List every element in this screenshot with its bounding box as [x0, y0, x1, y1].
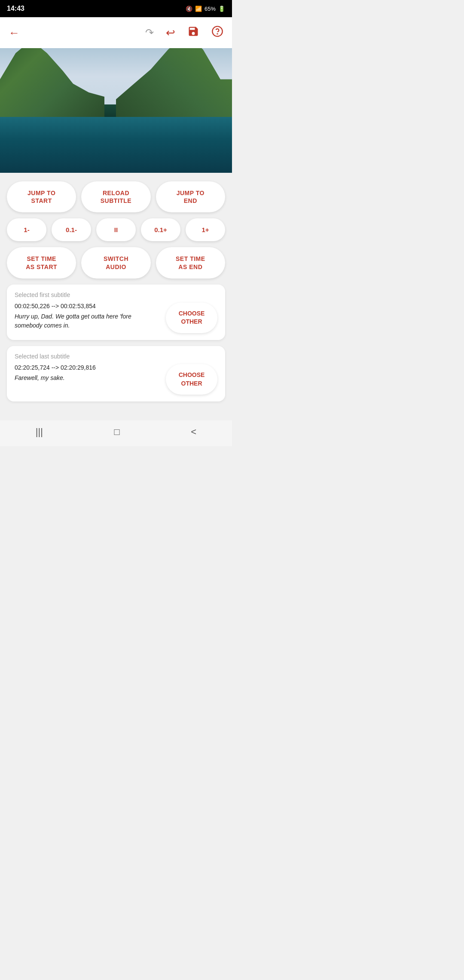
- first-subtitle-label: Selected first subtitle: [15, 291, 217, 298]
- wifi-icon: 📶: [195, 6, 202, 12]
- set-time-as-start-button[interactable]: SET TIME AS START: [7, 247, 76, 278]
- video-water: [0, 117, 232, 173]
- back-button[interactable]: ←: [9, 26, 20, 40]
- plus-1-button[interactable]: 1+: [186, 218, 225, 241]
- row-jump-reload: JUMP TO START RELOAD SUBTITLE JUMP TO EN…: [7, 181, 225, 212]
- minus-1-button[interactable]: 1-: [7, 218, 46, 241]
- back-icon[interactable]: ←: [9, 26, 20, 39]
- save-icon[interactable]: [187, 25, 199, 40]
- status-bar: 14:43 🔇 📶 65% 🔋: [0, 0, 232, 17]
- set-time-as-end-button[interactable]: SET TIME AS END: [156, 247, 225, 278]
- switch-audio-button[interactable]: SWITCH AUDIO: [81, 247, 150, 278]
- status-icons: 🔇 📶 65% 🔋: [186, 6, 225, 12]
- pause-button[interactable]: II: [96, 218, 136, 241]
- first-subtitle-text-block: 00:02:50,226 --> 00:02:53,854 Hurry up, …: [15, 303, 161, 330]
- video-preview: [0, 48, 232, 173]
- nav-bar: ||| □ <: [0, 420, 232, 446]
- first-subtitle-text: Hurry up, Dad. We gotta get outta here '…: [15, 312, 161, 330]
- status-time: 14:43: [7, 5, 24, 12]
- first-subtitle-row: 00:02:50,226 --> 00:02:53,854 Hurry up, …: [15, 303, 217, 333]
- jump-to-start-button[interactable]: JUMP TO START: [7, 181, 76, 212]
- last-subtitle-text-block: 02:20:25,724 --> 02:20:29,816 Farewell, …: [15, 364, 161, 383]
- redo-icon[interactable]: ↷: [145, 27, 154, 39]
- nav-back-icon[interactable]: <: [191, 426, 196, 438]
- battery-text: 65%: [205, 6, 216, 12]
- mute-icon: 🔇: [186, 6, 192, 12]
- last-subtitle-label: Selected last subtitle: [15, 353, 217, 360]
- help-icon[interactable]: [211, 25, 223, 40]
- minus-01-button[interactable]: 0.1-: [52, 218, 91, 241]
- nav-menu-icon[interactable]: |||: [36, 426, 43, 438]
- last-subtitle-text: Farewell, my sake.: [15, 374, 161, 383]
- row-time-steps: 1- 0.1- II 0.1+ 1+: [7, 218, 225, 241]
- first-subtitle-timecode: 00:02:50,226 --> 00:02:53,854: [15, 303, 161, 309]
- choose-other-first-button[interactable]: CHOOSE OTHER: [166, 303, 217, 333]
- reload-subtitle-button[interactable]: RELOAD SUBTITLE: [81, 181, 150, 212]
- jump-to-end-button[interactable]: JUMP TO END: [156, 181, 225, 212]
- battery-icon: 🔋: [218, 6, 225, 12]
- controls-section: JUMP TO START RELOAD SUBTITLE JUMP TO EN…: [0, 173, 232, 416]
- last-subtitle-timecode: 02:20:25,724 --> 02:20:29,816: [15, 364, 161, 371]
- choose-other-last-button[interactable]: CHOOSE OTHER: [166, 364, 217, 395]
- row-set-time: SET TIME AS START SWITCH AUDIO SET TIME …: [7, 247, 225, 278]
- svg-point-1: [217, 34, 217, 34]
- toolbar: ← ↷ ↩: [0, 17, 232, 48]
- plus-01-button[interactable]: 0.1+: [141, 218, 180, 241]
- last-subtitle-card: Selected last subtitle 02:20:25,724 --> …: [7, 346, 225, 401]
- first-subtitle-card: Selected first subtitle 00:02:50,226 -->…: [7, 285, 225, 340]
- undo-icon[interactable]: ↩: [166, 26, 175, 40]
- last-subtitle-row: 02:20:25,724 --> 02:20:29,816 Farewell, …: [15, 364, 217, 395]
- nav-home-icon[interactable]: □: [114, 426, 120, 438]
